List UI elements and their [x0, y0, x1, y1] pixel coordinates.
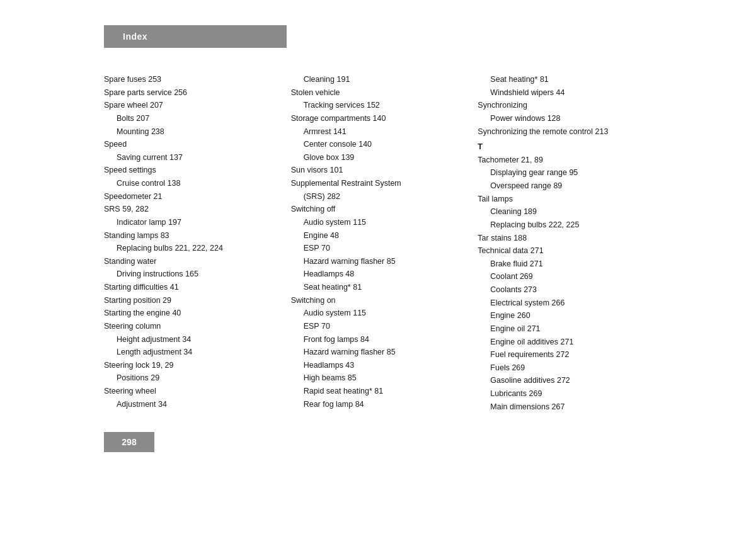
list-item: Tachometer 21, 89: [478, 154, 652, 167]
list-item: Speed: [104, 138, 278, 151]
list-item: Glove box 139: [291, 151, 466, 164]
list-item: Cruise control 138: [104, 177, 278, 190]
list-item: ESP 70: [291, 242, 466, 255]
list-item: Standing lamps 83: [104, 229, 278, 242]
list-item: Steering lock 19, 29: [104, 359, 278, 372]
page-number: 298: [122, 437, 136, 447]
list-item: Overspeed range 89: [478, 179, 652, 193]
list-item: Front fog lamps 84: [291, 333, 466, 346]
list-item: Gasoline additives 272: [478, 374, 652, 387]
list-item: Length adjustment 34: [104, 346, 278, 359]
list-item: Seat heating* 81: [478, 73, 652, 86]
list-item: Rapid seat heating* 81: [291, 385, 466, 398]
list-item: Sun visors 101: [291, 164, 466, 177]
content-area: Spare fuses 253Spare parts service 256Sp…: [0, 73, 756, 413]
list-item: Displaying gear range 95: [478, 166, 652, 179]
list-item: Tar stains 188: [478, 232, 652, 245]
list-item: Starting difficulties 41: [104, 281, 278, 294]
list-item: Speed settings: [104, 164, 278, 177]
list-item: Cleaning 189: [478, 205, 652, 219]
list-item: Engine oil 271: [478, 322, 652, 336]
list-item: Cleaning 191: [291, 73, 466, 86]
list-item: Replacing bulbs 221, 222, 224: [104, 242, 278, 255]
list-item: Stolen vehicle: [291, 86, 466, 99]
column-right: Seat heating* 81Windshield wipers 44Sync…: [471, 73, 652, 413]
list-item: T: [478, 140, 652, 154]
list-item: Mounting 238: [104, 125, 278, 139]
list-item: Spare wheel 207: [104, 99, 278, 112]
list-item: Supplemental Restraint System: [291, 177, 466, 190]
list-item: Engine 260: [478, 309, 652, 322]
page-number-block: 298: [104, 432, 154, 452]
list-item: Technical data 271: [478, 244, 652, 258]
list-item: Hazard warning flasher 85: [291, 255, 466, 268]
list-item: Spare parts service 256: [104, 86, 278, 99]
list-item: Driving instructions 165: [104, 268, 278, 281]
list-item: Coolant 269: [478, 270, 652, 283]
list-item: Lubricants 269: [478, 387, 652, 401]
list-item: Spare fuses 253: [104, 73, 278, 86]
list-item: Engine 48: [291, 229, 466, 242]
column-mid: Cleaning 191Stolen vehicleTracking servi…: [285, 73, 472, 413]
list-item: Storage compartments 140: [291, 112, 466, 125]
list-item: Power windows 128: [478, 112, 652, 125]
list-item: Seat heating* 81: [291, 281, 466, 294]
list-item: Hazard warning flasher 85: [291, 346, 466, 359]
list-item: Bolts 207: [104, 112, 278, 125]
list-item: Tracking services 152: [291, 99, 466, 112]
list-item: Electrical system 266: [478, 297, 652, 310]
list-item: Indicator lamp 197: [104, 216, 278, 229]
list-item: Audio system 115: [291, 216, 466, 229]
list-item: ESP 70: [291, 320, 466, 333]
list-item: Saving current 137: [104, 151, 278, 164]
list-item: Standing water: [104, 255, 278, 268]
list-item: Steering wheel: [104, 385, 278, 398]
list-item: Fuel requirements 272: [478, 348, 652, 361]
index-title: Index: [123, 31, 147, 42]
list-item: Positions 29: [104, 372, 278, 385]
list-item: Rear fog lamp 84: [291, 398, 466, 411]
list-item: Brake fluid 271: [478, 258, 652, 271]
list-item: High beams 85: [291, 372, 466, 385]
list-item: Starting the engine 40: [104, 307, 278, 320]
list-item: Coolants 273: [478, 283, 652, 297]
column-left: Spare fuses 253Spare parts service 256Sp…: [104, 73, 285, 413]
list-item: Steering column: [104, 320, 278, 333]
list-item: (SRS) 282: [291, 190, 466, 203]
page-container: Index Spare fuses 253Spare parts service…: [0, 0, 756, 534]
list-item: Audio system 115: [291, 307, 466, 320]
index-header: Index: [104, 25, 287, 48]
list-item: Adjustment 34: [104, 398, 278, 411]
list-item: Fuels 269: [478, 361, 652, 375]
list-item: Switching on: [291, 294, 466, 307]
list-item: Windshield wipers 44: [478, 86, 652, 99]
list-item: Engine oil additives 271: [478, 336, 652, 349]
list-item: Height adjustment 34: [104, 333, 278, 346]
list-item: Tail lamps: [478, 193, 652, 206]
list-item: Starting position 29: [104, 294, 278, 307]
list-item: Synchronizing the remote control 213: [478, 125, 652, 139]
list-item: Replacing bulbs 222, 225: [478, 219, 652, 232]
list-item: Headlamps 48: [291, 268, 466, 281]
list-item: Center console 140: [291, 138, 466, 151]
list-item: SRS 59, 282: [104, 203, 278, 216]
list-item: Synchronizing: [478, 99, 652, 112]
list-item: Main dimensions 267: [478, 401, 652, 414]
list-item: Armrest 141: [291, 125, 466, 139]
list-item: Switching off: [291, 203, 466, 216]
list-item: Speedometer 21: [104, 190, 278, 203]
list-item: Headlamps 43: [291, 359, 466, 372]
